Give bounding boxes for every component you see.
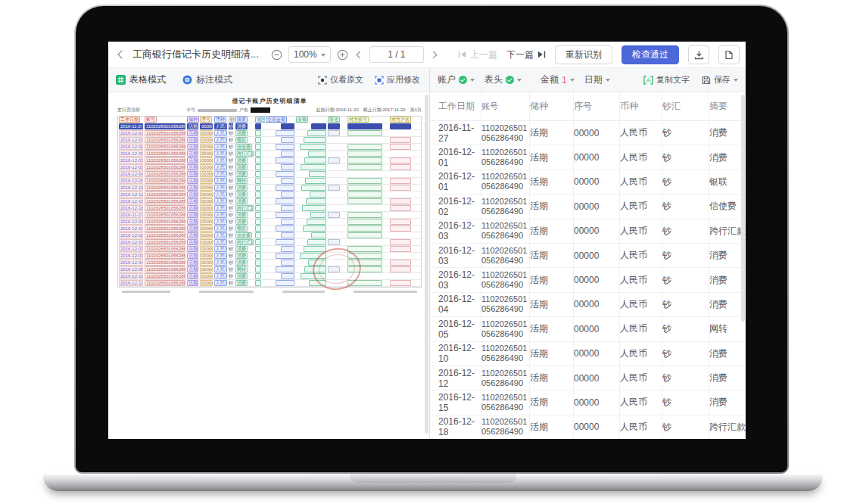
table-cell: 2016-12-04 [430, 293, 481, 316]
zoom-level-select[interactable]: 100% [288, 46, 331, 63]
doc-cell [347, 226, 389, 232]
page-indicator[interactable]: 1 / 1 [369, 46, 424, 63]
scanned-document[interactable]: 借记卡账户历史明细清单 支行营业部 卡号 户名 起始日期:2016-11-22 … [117, 97, 422, 300]
doc-row[interactable]: 2016-12-031102026501056286490活期00000人民币钞… [118, 164, 421, 171]
doc-cell [389, 178, 421, 184]
approve-button[interactable]: 检查通过 [621, 45, 679, 64]
doc-row[interactable]: 2016-12-181102026501056286490活期00000人民币钞… [118, 205, 421, 212]
doc-cell: 2016-12-03 [118, 239, 144, 245]
doc-row[interactable]: 2016-12-051102026501056286490活期00000人民币钞… [118, 266, 421, 273]
table-row[interactable]: 2016-12-011102026501056286490活期00000人民币钞… [430, 145, 746, 170]
table-row[interactable]: 2016-12-021102026501056286490活期00000人民币钞… [430, 194, 746, 219]
zoom-in-icon[interactable] [337, 49, 348, 61]
next-doc-button[interactable]: 下一篇 [506, 48, 546, 61]
doc-cell: 00000 [199, 212, 213, 218]
table-row[interactable]: 2016-12-031102026501056286490活期00000人民币钞… [430, 219, 746, 244]
doc-row[interactable]: 2016-12-121102026501056286490活期00000人民币钞… [118, 191, 421, 198]
doc-row[interactable]: 2016-12-041102026501056286490活期00000人民币钞… [118, 171, 421, 178]
doc-row[interactable]: 2016-12-011102026501056286490活期00000人民币钞… [118, 137, 421, 144]
doc-cell [327, 171, 347, 177]
doc-cell: 人民币 [213, 164, 228, 170]
doc-row[interactable]: 2016-11-271102026501056286490活期00000人民币钞… [118, 212, 421, 219]
field-account-dropdown[interactable]: 账户 [438, 73, 475, 86]
doc-row[interactable]: 2016-12-151102026501056286490活期00000人民币钞… [118, 198, 421, 205]
doc-row[interactable]: 2016-12-021102026501056286490活期00000人民币钞… [118, 144, 421, 151]
copy-text-button[interactable]: A 复制文字 [643, 74, 690, 86]
table-cell: 00000 [574, 268, 620, 291]
doc-row[interactable]: 2016-12-101102026501056286490活期00000人民币钞… [118, 185, 421, 191]
table-row[interactable]: 2016-12-121102026501056286490活期00000人民币钞… [430, 366, 746, 390]
doc-row[interactable]: 2016-12-031102026501056286490活期00000人民币钞… [118, 253, 421, 260]
doc-cell [254, 280, 265, 286]
table-row[interactable]: 2016-11-271102026501056286490活期00000人民币钞… [430, 121, 746, 145]
doc-row[interactable]: 2016-12-051102026501056286490活期00000人民币钞… [118, 178, 421, 185]
left-panel-scrollbar[interactable] [425, 95, 428, 434]
view-original-icon [318, 76, 327, 85]
tab-table-mode[interactable]: 表格模式 [116, 73, 166, 86]
field-toolbar: 账户 表头 金额 1 日期 [430, 68, 746, 92]
doc-row[interactable]: 2016-12-031102026501056286490活期00000人民币钞… [118, 246, 421, 253]
doc-cell [295, 157, 327, 163]
field-header-dropdown[interactable]: 表头 [484, 73, 522, 86]
field-date-label: 日期 [584, 73, 603, 86]
column-header: 账号 [481, 92, 530, 120]
apply-edits-toggle[interactable]: 应用修改 [375, 74, 420, 86]
table-cell: 2016-12-10 [430, 342, 481, 366]
doc-cell: 00000 [199, 232, 213, 238]
back-icon[interactable] [117, 50, 126, 58]
tab-annotate-mode[interactable]: 标注模式 [182, 73, 232, 86]
table-row[interactable]: 2016-12-101102026501056286490活期00000人民币钞… [430, 342, 746, 366]
view-original-toggle[interactable]: 仅看原文 [318, 74, 363, 86]
apply-edits-icon [375, 76, 384, 85]
doc-row[interactable]: 2016-12-041102026501056286490活期00000人民币钞… [118, 260, 421, 266]
doc-cell: 1102026501056286490 [144, 246, 186, 252]
column-header: 序号 [574, 92, 620, 120]
prev-doc-button[interactable]: 上一篇 [458, 48, 497, 61]
zoom-out-icon[interactable] [271, 49, 282, 61]
download-button[interactable] [688, 45, 709, 64]
field-date-dropdown[interactable]: 日期 [584, 73, 610, 86]
doc-row[interactable]: 2016-12-011102026501056286490活期00000人民币钞… [118, 226, 421, 232]
save-dropdown[interactable]: 保存 [702, 74, 738, 86]
reocr-button[interactable]: 重新识别 [555, 45, 612, 64]
doc-cell [265, 273, 295, 279]
doc-cell: 活期 [186, 191, 199, 198]
next-page-icon[interactable] [429, 51, 437, 58]
doc-cell: 人民币 [213, 130, 228, 136]
doc-cell: 钞 [228, 178, 235, 184]
doc-row[interactable]: 2016-12-011102026501056286490活期00000人民币钞… [118, 219, 421, 226]
table-row[interactable]: 2016-12-011102026501056286490活期00000人民币钞… [430, 170, 746, 194]
doc-cell [254, 198, 265, 204]
doc-cell [254, 273, 265, 279]
table-row[interactable]: 2016-12-181102026501056286490活期00000人民币钞… [430, 415, 746, 439]
field-amount-dropdown[interactable]: 金额 1 [540, 73, 575, 86]
table-row[interactable]: 2016-12-041102026501056286490活期00000人民币钞… [430, 293, 746, 317]
tab-table-mode-label: 表格模式 [129, 73, 166, 86]
right-panel-scrollbar[interactable] [741, 95, 745, 322]
doc-cell [327, 239, 347, 245]
prev-page-icon[interactable] [356, 51, 363, 58]
table-row[interactable]: 2016-12-031102026501056286490活期00000人民币钞… [430, 268, 746, 292]
doc-row[interactable]: 2016-12-021102026501056286490活期00000人民币钞… [118, 232, 421, 239]
doc-row[interactable]: 2016-12-031102026501056286490活期00000人民币钞… [118, 239, 421, 246]
table-row[interactable]: 2016-12-151102026501056286490活期00000人民币钞… [430, 390, 746, 415]
doc-row[interactable]: 2016-12-121102026501056286490活期00000人民币钞… [118, 280, 421, 287]
doc-row[interactable]: 2016-12-011102026501056286490活期00000人民币钞… [118, 130, 421, 137]
table-row[interactable]: 2016-12-051102026501056286490活期00000人民币钞… [430, 317, 746, 341]
doc-cell: 2016-12-03 [118, 164, 144, 170]
doc-row[interactable]: 2016-12-031102026501056286490活期00000人民币钞… [118, 157, 421, 164]
app-window: 工商银行借记卡历史明细清... 100% 1 / 1 [108, 42, 746, 439]
doc-cell: 人民币 [213, 144, 228, 150]
table-cell: 信使费 [709, 194, 746, 218]
doc-row[interactable]: 2016-11-271102026501056286490活期00000人民币钞… [118, 123, 421, 130]
doc-cell [389, 273, 421, 279]
doc-cell [265, 226, 295, 232]
doc-row[interactable]: 2016-12-031102026501056286490活期00000人民币钞… [118, 151, 421, 157]
doc-cell [295, 191, 327, 198]
export-doc-button[interactable] [718, 45, 740, 64]
doc-cell [327, 191, 347, 198]
doc-cell [389, 260, 421, 266]
table-row[interactable]: 2016-12-031102026501056286490活期00000人民币钞… [430, 244, 746, 268]
table-cell: 2016-12-05 [430, 317, 481, 341]
doc-row[interactable]: 2016-12-101102026501056286490活期00000人民币钞… [118, 273, 421, 280]
